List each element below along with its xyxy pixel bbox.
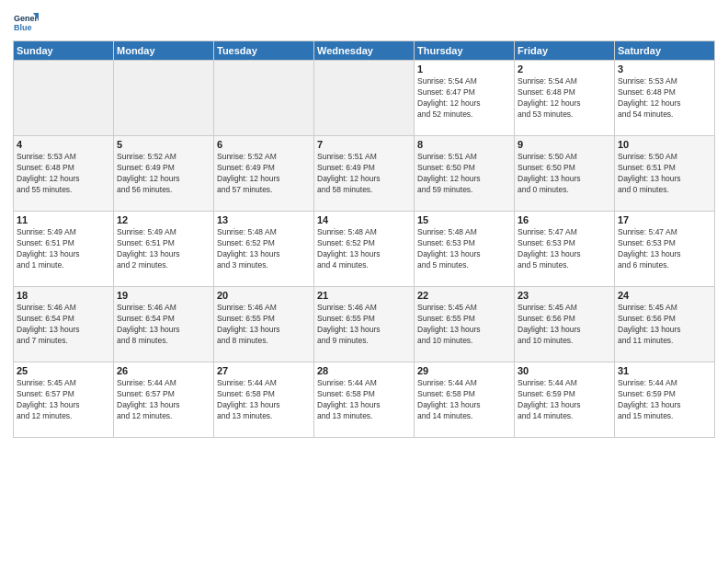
day-number: 17 xyxy=(618,214,711,225)
calendar-week-row: 4Sunrise: 5:53 AM Sunset: 6:48 PM Daylig… xyxy=(14,136,715,212)
calendar-day-cell: 10Sunrise: 5:50 AM Sunset: 6:51 PM Dayli… xyxy=(615,136,715,212)
day-info: Sunrise: 5:47 AM Sunset: 6:53 PM Dayligh… xyxy=(518,227,611,271)
calendar-day-cell: 6Sunrise: 5:52 AM Sunset: 6:49 PM Daylig… xyxy=(214,136,314,212)
calendar-day-cell: 22Sunrise: 5:45 AM Sunset: 6:55 PM Dayli… xyxy=(415,287,515,362)
calendar-day-cell: 1Sunrise: 5:54 AM Sunset: 6:47 PM Daylig… xyxy=(415,61,515,136)
calendar-day-cell: 3Sunrise: 5:53 AM Sunset: 6:48 PM Daylig… xyxy=(615,61,715,136)
day-info: Sunrise: 5:51 AM Sunset: 6:50 PM Dayligh… xyxy=(417,152,511,196)
calendar-week-row: 11Sunrise: 5:49 AM Sunset: 6:51 PM Dayli… xyxy=(14,212,715,287)
day-info: Sunrise: 5:45 AM Sunset: 6:56 PM Dayligh… xyxy=(518,303,611,347)
calendar-day-cell: 25Sunrise: 5:45 AM Sunset: 6:57 PM Dayli… xyxy=(14,362,114,438)
weekday-header: Saturday xyxy=(615,41,715,61)
calendar-day-cell: 28Sunrise: 5:44 AM Sunset: 6:58 PM Dayli… xyxy=(314,362,415,438)
day-number: 18 xyxy=(17,290,110,301)
calendar-day-cell: 12Sunrise: 5:49 AM Sunset: 6:51 PM Dayli… xyxy=(114,212,214,287)
day-number: 7 xyxy=(317,139,411,150)
day-number: 8 xyxy=(417,139,511,150)
day-number: 12 xyxy=(117,214,210,225)
calendar-day-cell xyxy=(14,61,114,136)
day-number: 5 xyxy=(117,139,210,150)
day-number: 3 xyxy=(618,63,711,75)
day-number: 24 xyxy=(618,290,711,301)
day-info: Sunrise: 5:52 AM Sunset: 6:49 PM Dayligh… xyxy=(217,152,311,196)
calendar-table: SundayMondayTuesdayWednesdayThursdayFrid… xyxy=(13,40,715,438)
calendar-day-cell: 29Sunrise: 5:44 AM Sunset: 6:58 PM Dayli… xyxy=(415,362,515,438)
day-info: Sunrise: 5:48 AM Sunset: 6:53 PM Dayligh… xyxy=(417,227,511,271)
day-number: 28 xyxy=(317,365,411,376)
day-info: Sunrise: 5:52 AM Sunset: 6:49 PM Dayligh… xyxy=(117,152,210,196)
logo: General Blue xyxy=(13,9,42,35)
weekday-header: Monday xyxy=(114,41,214,61)
calendar-day-cell: 18Sunrise: 5:46 AM Sunset: 6:54 PM Dayli… xyxy=(14,287,114,362)
page-header: General Blue xyxy=(13,9,715,35)
calendar-day-cell: 31Sunrise: 5:44 AM Sunset: 6:59 PM Dayli… xyxy=(615,362,715,438)
day-number: 21 xyxy=(317,290,411,301)
calendar-week-row: 1Sunrise: 5:54 AM Sunset: 6:47 PM Daylig… xyxy=(14,61,715,136)
day-info: Sunrise: 5:53 AM Sunset: 6:48 PM Dayligh… xyxy=(618,76,711,121)
calendar-day-cell: 24Sunrise: 5:45 AM Sunset: 6:56 PM Dayli… xyxy=(615,287,715,362)
day-info: Sunrise: 5:45 AM Sunset: 6:56 PM Dayligh… xyxy=(618,303,711,347)
day-info: Sunrise: 5:44 AM Sunset: 6:58 PM Dayligh… xyxy=(317,378,411,422)
day-number: 29 xyxy=(417,365,511,376)
day-info: Sunrise: 5:50 AM Sunset: 6:50 PM Dayligh… xyxy=(518,152,611,196)
day-number: 22 xyxy=(417,290,511,301)
day-number: 14 xyxy=(317,214,411,225)
calendar-day-cell: 19Sunrise: 5:46 AM Sunset: 6:54 PM Dayli… xyxy=(114,287,214,362)
day-info: Sunrise: 5:46 AM Sunset: 6:54 PM Dayligh… xyxy=(117,303,210,347)
day-number: 2 xyxy=(518,63,611,75)
day-info: Sunrise: 5:51 AM Sunset: 6:49 PM Dayligh… xyxy=(317,152,411,196)
day-info: Sunrise: 5:45 AM Sunset: 6:55 PM Dayligh… xyxy=(417,303,511,347)
day-info: Sunrise: 5:44 AM Sunset: 6:58 PM Dayligh… xyxy=(217,378,311,422)
day-number: 19 xyxy=(117,290,210,301)
day-number: 6 xyxy=(217,139,311,150)
calendar-week-row: 18Sunrise: 5:46 AM Sunset: 6:54 PM Dayli… xyxy=(14,287,715,362)
weekday-header: Wednesday xyxy=(314,41,415,61)
day-number: 25 xyxy=(17,365,110,376)
calendar-day-cell: 16Sunrise: 5:47 AM Sunset: 6:53 PM Dayli… xyxy=(515,212,615,287)
calendar-day-cell: 7Sunrise: 5:51 AM Sunset: 6:49 PM Daylig… xyxy=(314,136,415,212)
day-info: Sunrise: 5:53 AM Sunset: 6:48 PM Dayligh… xyxy=(17,152,110,196)
day-number: 15 xyxy=(417,214,511,225)
day-number: 11 xyxy=(17,214,110,225)
day-info: Sunrise: 5:47 AM Sunset: 6:53 PM Dayligh… xyxy=(618,227,711,271)
calendar-day-cell: 13Sunrise: 5:48 AM Sunset: 6:52 PM Dayli… xyxy=(214,212,314,287)
day-number: 13 xyxy=(217,214,311,225)
calendar-header-row: SundayMondayTuesdayWednesdayThursdayFrid… xyxy=(14,41,715,61)
day-info: Sunrise: 5:46 AM Sunset: 6:55 PM Dayligh… xyxy=(217,303,311,347)
day-info: Sunrise: 5:50 AM Sunset: 6:51 PM Dayligh… xyxy=(618,152,711,196)
calendar-day-cell: 30Sunrise: 5:44 AM Sunset: 6:59 PM Dayli… xyxy=(515,362,615,438)
day-number: 16 xyxy=(518,214,611,225)
day-info: Sunrise: 5:46 AM Sunset: 6:54 PM Dayligh… xyxy=(17,303,110,347)
day-info: Sunrise: 5:44 AM Sunset: 6:57 PM Dayligh… xyxy=(117,378,210,422)
calendar-day-cell: 20Sunrise: 5:46 AM Sunset: 6:55 PM Dayli… xyxy=(214,287,314,362)
weekday-header: Thursday xyxy=(415,41,515,61)
weekday-header: Sunday xyxy=(14,41,114,61)
weekday-header: Friday xyxy=(515,41,615,61)
calendar-day-cell: 8Sunrise: 5:51 AM Sunset: 6:50 PM Daylig… xyxy=(415,136,515,212)
calendar-day-cell: 5Sunrise: 5:52 AM Sunset: 6:49 PM Daylig… xyxy=(114,136,214,212)
calendar-day-cell: 17Sunrise: 5:47 AM Sunset: 6:53 PM Dayli… xyxy=(615,212,715,287)
calendar-day-cell: 9Sunrise: 5:50 AM Sunset: 6:50 PM Daylig… xyxy=(515,136,615,212)
day-number: 4 xyxy=(17,139,110,150)
day-number: 1 xyxy=(417,63,511,75)
day-info: Sunrise: 5:44 AM Sunset: 6:58 PM Dayligh… xyxy=(417,378,511,422)
calendar-day-cell: 21Sunrise: 5:46 AM Sunset: 6:55 PM Dayli… xyxy=(314,287,415,362)
day-info: Sunrise: 5:44 AM Sunset: 6:59 PM Dayligh… xyxy=(618,378,711,422)
day-info: Sunrise: 5:45 AM Sunset: 6:57 PM Dayligh… xyxy=(17,378,110,422)
day-number: 9 xyxy=(518,139,611,150)
calendar-day-cell: 4Sunrise: 5:53 AM Sunset: 6:48 PM Daylig… xyxy=(14,136,114,212)
day-number: 20 xyxy=(217,290,311,301)
day-info: Sunrise: 5:48 AM Sunset: 6:52 PM Dayligh… xyxy=(217,227,311,271)
day-number: 31 xyxy=(618,365,711,376)
calendar-day-cell xyxy=(314,61,415,136)
logo-icon: General Blue xyxy=(13,9,39,35)
calendar-week-row: 25Sunrise: 5:45 AM Sunset: 6:57 PM Dayli… xyxy=(14,362,715,438)
day-info: Sunrise: 5:48 AM Sunset: 6:52 PM Dayligh… xyxy=(317,227,411,271)
svg-text:Blue: Blue xyxy=(14,23,32,32)
calendar-day-cell: 14Sunrise: 5:48 AM Sunset: 6:52 PM Dayli… xyxy=(314,212,415,287)
day-info: Sunrise: 5:49 AM Sunset: 6:51 PM Dayligh… xyxy=(17,227,110,271)
calendar-day-cell xyxy=(114,61,214,136)
weekday-header: Tuesday xyxy=(214,41,314,61)
day-info: Sunrise: 5:54 AM Sunset: 6:48 PM Dayligh… xyxy=(518,76,611,121)
day-number: 30 xyxy=(518,365,611,376)
